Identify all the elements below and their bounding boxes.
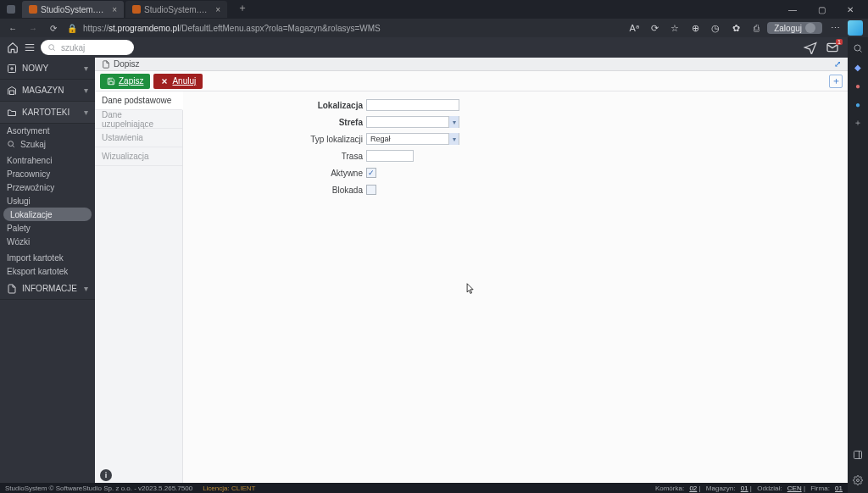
nav-label: MAGAZYN [22, 86, 64, 95]
warehouse-icon [7, 86, 17, 96]
tool-sidecar-icon-3[interactable]: ● [852, 98, 864, 110]
toolbar: Zapisz Anuluj ＋ [95, 71, 848, 91]
browser-tab-1[interactable]: StudioSystem.NET (c) SoftwareS… × [22, 1, 124, 18]
app-topbar: szukaj 1 [0, 37, 868, 58]
tool-sidecar-icon-1[interactable]: ◆ [852, 61, 864, 73]
nav-section-kartoteki[interactable]: KARTOTEKI ▾ [0, 102, 95, 124]
tab-close-icon[interactable]: × [215, 5, 220, 14]
nav-item-asortyment[interactable]: Asortyment [0, 124, 95, 137]
label-blokada: Blokada [183, 186, 366, 195]
nav-label: INFORMACJE [22, 284, 77, 293]
svg-point-8 [8, 141, 14, 147]
nav-item-pracownicy[interactable]: Pracownicy [0, 167, 95, 180]
app-window-icon [7, 5, 15, 14]
tab-dane-uzupelniajace[interactable]: Dane uzupełniające [95, 110, 182, 129]
sidebar-settings-icon[interactable] [852, 474, 864, 486]
nav-section-informacje[interactable]: INFORMACJE ▾ [0, 278, 95, 300]
add-button[interactable]: ＋ [829, 75, 843, 88]
nav-item-eksport[interactable]: Eksport kartotek [0, 264, 95, 278]
nav-item-palety[interactable]: Palety [0, 221, 95, 235]
label-aktywne: Aktywne [183, 169, 366, 178]
sidebar-panel-icon[interactable] [852, 449, 864, 461]
plane-icon[interactable] [804, 41, 817, 54]
cancel-button[interactable]: Anuluj [153, 74, 203, 89]
nav-item-uslugi[interactable]: Usługi [0, 194, 95, 208]
nav-item-szukaj[interactable]: Szukaj [0, 137, 95, 151]
nav-item-import[interactable]: Import kartotek [0, 251, 95, 264]
tab-dane-podstawowe[interactable]: Dane podstawowe [95, 91, 183, 110]
mouse-cursor-icon [466, 283, 475, 295]
tab-title: StudioSystem.NET (c) SoftwareS… [144, 5, 210, 14]
home-icon[interactable] [7, 42, 19, 53]
browser-tab-2[interactable]: StudioSystem.NET (c) SoftwareS… × [125, 1, 227, 18]
nav-section-magazyn[interactable]: MAGAZYN ▾ [0, 80, 95, 102]
tab-favicon-icon [132, 5, 141, 14]
chevron-down-icon: ▾ [84, 108, 88, 117]
chevron-down-icon: ▾ [448, 133, 459, 145]
tab-close-icon[interactable]: × [112, 5, 117, 14]
print-icon[interactable]: ⎙ [750, 22, 762, 34]
info-badge-icon[interactable]: i [100, 469, 112, 481]
save-button[interactable]: Zapisz [100, 74, 150, 89]
sidebar-add-icon[interactable]: ＋ [852, 117, 864, 129]
nav-item-lokalizacje[interactable]: Lokalizacje [3, 208, 92, 221]
bing-button[interactable] [848, 20, 863, 36]
mail-icon[interactable]: 1 [826, 41, 839, 54]
new-tab-button[interactable]: ＋ [234, 1, 251, 18]
footer-copyright: StudioSystem © SoftwareStudio Sp. z o.o.… [5, 485, 192, 492]
nav-section-nowy[interactable]: NOWY ▾ [0, 58, 95, 80]
chevron-down-icon: ▾ [84, 64, 88, 73]
reload-button[interactable]: ⟳ [46, 20, 61, 36]
save-icon [107, 77, 115, 86]
reader-icon[interactable]: Aᵃ [628, 22, 640, 34]
extensions-icon[interactable]: ✿ [730, 22, 742, 34]
forward-button[interactable]: → [25, 20, 41, 36]
search-placeholder: szukaj [61, 43, 85, 53]
select-strefa[interactable]: ▾ [366, 116, 459, 128]
menu-icon[interactable] [24, 42, 36, 53]
search-icon [47, 43, 56, 52]
panel-collapse-icon[interactable]: ⤢ [834, 59, 841, 69]
document-icon [102, 60, 110, 69]
svg-point-2 [854, 45, 860, 51]
tab-wizualizacja[interactable]: Wizualizacja [95, 147, 182, 166]
svg-point-5 [857, 479, 860, 482]
collections-icon[interactable]: ⊕ [689, 22, 701, 34]
nav-item-kontrahenci[interactable]: Kontrahenci [0, 153, 95, 167]
tool-sidecar-icon-2[interactable]: ● [852, 80, 864, 91]
input-lokalizacja[interactable] [366, 99, 459, 111]
star-icon[interactable]: ☆ [669, 22, 681, 34]
login-button[interactable]: Zaloguj [767, 22, 822, 34]
lock-icon[interactable]: 🔒 [66, 20, 78, 36]
select-typ-lokalizacji[interactable]: Regał▾ [366, 133, 459, 145]
back-button[interactable]: ← [5, 20, 20, 36]
search-input[interactable]: szukaj [41, 40, 134, 55]
plus-square-icon [7, 64, 17, 74]
panel-title: Dopisz [114, 59, 140, 69]
address-bar[interactable]: https://st.programdemo.pl/DefaultLeftMen… [83, 24, 381, 33]
nav-label: KARTOTEKI [22, 108, 70, 117]
save-label: Zapisz [119, 76, 143, 86]
browser-titlebar: StudioSystem.NET (c) SoftwareS… × Studio… [0, 0, 868, 19]
svg-rect-3 [854, 451, 862, 459]
checkbox-blokada[interactable] [366, 185, 376, 195]
window-minimize-button[interactable]: — [778, 0, 807, 19]
chevron-down-icon: ▾ [84, 284, 88, 293]
nav-item-przewoznicy[interactable]: Przewoźnicy [0, 180, 95, 194]
window-maximize-button[interactable]: ▢ [807, 0, 836, 19]
history-icon[interactable]: ◷ [709, 22, 721, 34]
refresh-icon[interactable]: ⟳ [648, 22, 660, 34]
nav-item-wozki[interactable]: Wózki [0, 235, 95, 248]
input-trasa[interactable] [366, 150, 414, 162]
search-sidebar-icon[interactable] [852, 42, 864, 54]
login-label: Zaloguj [774, 24, 802, 33]
nav-label: NOWY [22, 64, 48, 73]
user-circle-icon [805, 23, 815, 33]
checkbox-aktywne[interactable]: ✓ [366, 168, 376, 178]
tab-ustawienia[interactable]: Ustawienia [95, 129, 182, 147]
label-lokalizacja: Lokalizacja [183, 101, 366, 110]
tab-favicon-icon [29, 5, 37, 14]
menu-icon[interactable]: ⋯ [829, 22, 841, 34]
file-icon [7, 284, 17, 294]
window-close-button[interactable]: ✕ [836, 0, 865, 19]
